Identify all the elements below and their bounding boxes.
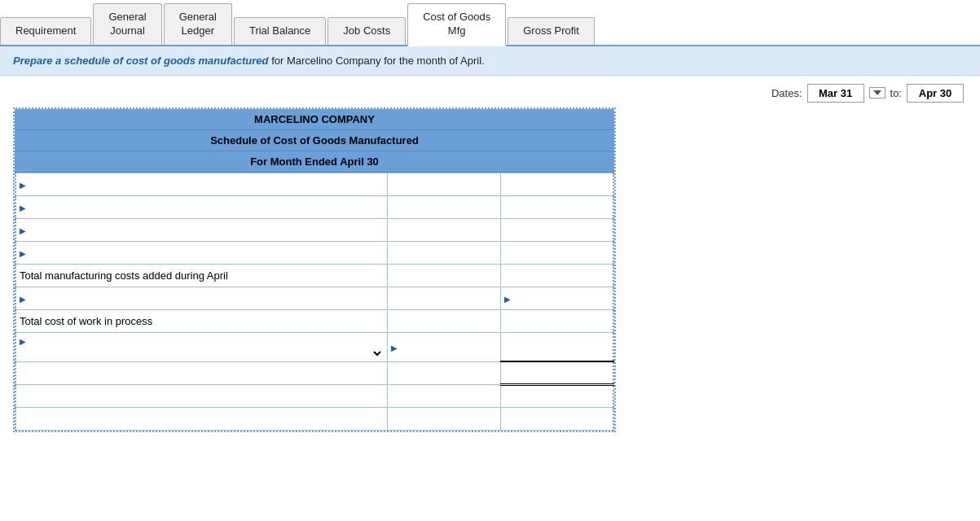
mid-cell-6[interactable] xyxy=(387,287,500,309)
label-cell-3: ▶ xyxy=(15,218,387,241)
row-arrow-icon: ▶ xyxy=(20,204,26,212)
schedule-table: ▶ ▶ xyxy=(15,173,614,431)
mid-input-4[interactable] xyxy=(391,243,497,262)
tab-job-costs[interactable]: Job Costs xyxy=(327,17,406,45)
dropdown-label-cell[interactable]: ▶ xyxy=(15,332,387,361)
total-mfg-mid[interactable] xyxy=(387,264,500,287)
blank-mid-input-1[interactable] xyxy=(391,364,497,383)
blank-row-1 xyxy=(15,361,613,384)
right-cell-3[interactable] xyxy=(500,218,613,241)
total-wip-mid[interactable] xyxy=(387,309,500,332)
total-wip-row: Total cost of work in process xyxy=(15,309,613,332)
date-from-box[interactable]: Mar 31 xyxy=(807,84,864,103)
mid-cell-4[interactable] xyxy=(387,241,500,264)
blank-mid-3[interactable] xyxy=(387,407,500,430)
right-cell-4[interactable] xyxy=(500,241,613,264)
tabs-bar: Requirement GeneralJournal GeneralLedger… xyxy=(0,0,980,46)
schedule-title2: Schedule of Cost of Goods Manufactured xyxy=(15,130,614,151)
right-input-3[interactable] xyxy=(504,221,609,239)
blank-row-3 xyxy=(15,407,613,430)
label-cell-4: ▶ xyxy=(15,241,387,264)
dropdown-right-input[interactable] xyxy=(504,335,609,360)
schedule-title1: MARCELINO COMPANY xyxy=(15,109,614,130)
label-cell-6: ▶ xyxy=(15,287,387,309)
instruction-bold: Prepare a schedule of cost of goods manu… xyxy=(13,55,269,67)
blank-mid-input-2[interactable] xyxy=(391,387,497,405)
tab-gross-profit[interactable]: Gross Profit xyxy=(508,17,595,45)
blank-mid-input-3[interactable] xyxy=(391,409,497,428)
to-label: to: xyxy=(890,87,902,99)
schedule-title3: For Month Ended April 30 xyxy=(15,151,614,173)
label-cell-2: ▶ xyxy=(15,195,387,218)
total-wip-mid-input[interactable] xyxy=(391,312,497,331)
table-row: ▶ xyxy=(15,241,613,264)
total-mfg-label: Total manufacturing costs added during A… xyxy=(15,264,387,287)
tab-general-ledger[interactable]: GeneralLedger xyxy=(164,3,232,45)
blank-row-2 xyxy=(15,384,613,407)
right-input-2[interactable] xyxy=(504,198,609,217)
row-arrow-icon: ▶ xyxy=(20,295,26,304)
blank-mid-2[interactable] xyxy=(387,384,500,407)
blank-label-2 xyxy=(15,384,387,407)
mid-cell-3[interactable] xyxy=(387,218,500,241)
row-arrow-icon: ▶ xyxy=(20,181,26,190)
total-wip-right[interactable] xyxy=(500,309,613,332)
blank-right-input-1[interactable] xyxy=(504,364,609,382)
blank-right-3[interactable] xyxy=(500,407,613,430)
blank-right-input-2[interactable] xyxy=(504,387,609,405)
dropdown-row: ▶ ▶ xyxy=(15,332,613,361)
total-wip-right-input[interactable] xyxy=(504,312,609,331)
right-cell-6: ▶ xyxy=(500,287,613,309)
blank-right-input-3[interactable] xyxy=(504,409,609,428)
total-mfg-right[interactable] xyxy=(500,264,613,287)
tab-general-journal[interactable]: GeneralJournal xyxy=(93,3,161,45)
right-arrow-icon-6: ▶ xyxy=(504,295,511,304)
blank-label-3 xyxy=(15,407,387,430)
date-to-box[interactable]: Apr 30 xyxy=(907,84,964,103)
mid-input-1[interactable] xyxy=(391,175,497,194)
tab-requirement[interactable]: Requirement xyxy=(0,17,91,45)
right-cell-1[interactable] xyxy=(500,173,613,195)
right-input-4[interactable] xyxy=(504,243,609,262)
blank-right-2[interactable] xyxy=(500,384,613,407)
total-wip-label: Total cost of work in process xyxy=(15,309,387,332)
total-manufacturing-row: Total manufacturing costs added during A… xyxy=(15,264,613,287)
tab-cost-of-goods-mfg[interactable]: Cost of GoodsMfg xyxy=(407,3,506,46)
table-row: ▶ xyxy=(15,195,613,218)
tab-trial-balance[interactable]: Trial Balance xyxy=(234,17,326,45)
label-cell-1: ▶ xyxy=(15,173,387,195)
table-row: ▶ ▶ xyxy=(15,287,613,309)
row-arrow-icon: ▶ xyxy=(20,337,26,346)
right-input-1[interactable] xyxy=(504,175,609,194)
table-row: ▶ xyxy=(15,218,613,241)
mid-input-3[interactable] xyxy=(391,221,497,239)
total-mfg-right-input[interactable] xyxy=(504,266,609,285)
dropdown-arrow-icon xyxy=(873,90,881,95)
total-mfg-mid-input[interactable] xyxy=(391,266,497,285)
blank-right-1[interactable] xyxy=(500,361,613,384)
mid-cell-1[interactable] xyxy=(387,173,500,195)
mid-cell-2[interactable] xyxy=(387,195,500,218)
blank-mid-1[interactable] xyxy=(387,361,500,384)
row-arrow-icon: ▶ xyxy=(20,249,26,258)
date-dropdown-button[interactable] xyxy=(869,87,886,99)
right-cell-2[interactable] xyxy=(500,195,613,218)
dates-label: Dates: xyxy=(771,87,802,99)
mid-input-6[interactable] xyxy=(391,289,497,308)
instruction-rest: for Marcelino Company for the month of A… xyxy=(269,55,485,67)
main-content: MARCELINO COMPANY Schedule of Cost of Go… xyxy=(0,107,980,432)
row-arrow-icon: ▶ xyxy=(20,226,26,235)
mid-input-2[interactable] xyxy=(391,198,497,217)
schedule-wrapper: MARCELINO COMPANY Schedule of Cost of Go… xyxy=(13,107,616,432)
right-arrow-icon-8: ▶ xyxy=(391,344,398,352)
table-row: ▶ xyxy=(15,173,613,195)
dropdown-mid: ▶ xyxy=(387,332,500,361)
instruction-bar: Prepare a schedule of cost of goods manu… xyxy=(0,46,980,76)
date-controls: Dates: Mar 31 to: Apr 30 xyxy=(0,76,980,107)
dropdown-right[interactable] xyxy=(500,332,613,361)
row-dropdown[interactable] xyxy=(20,347,384,360)
blank-label-1 xyxy=(15,361,387,384)
